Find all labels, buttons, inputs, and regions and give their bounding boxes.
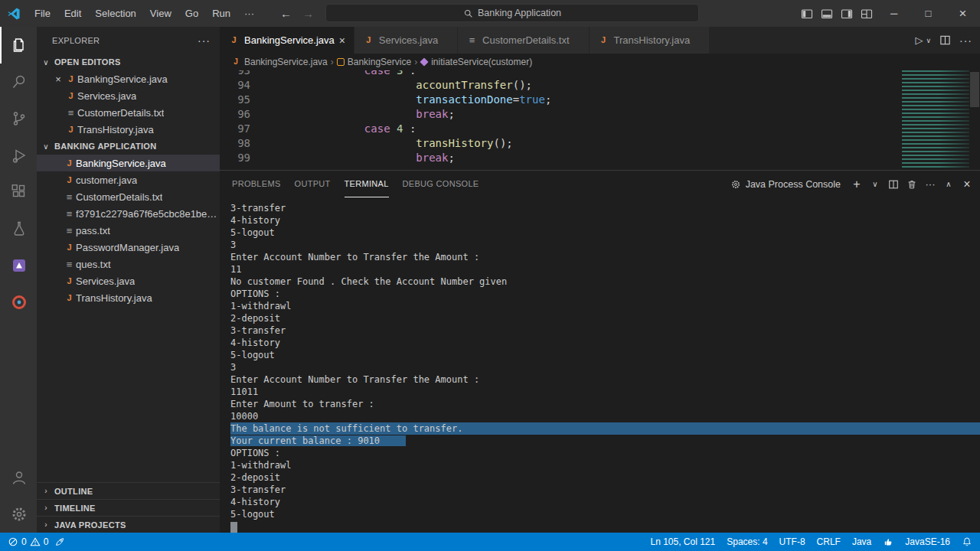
- eol-status[interactable]: CRLF: [817, 536, 841, 547]
- breadcrumb-method[interactable]: initiateService(customer): [431, 57, 532, 67]
- panel-more-actions-icon[interactable]: ···: [925, 178, 936, 190]
- java-mode-status[interactable]: [54, 536, 65, 547]
- language-mode[interactable]: Java: [852, 536, 871, 547]
- file-name: TransHistory.java: [77, 124, 154, 135]
- menu-selection[interactable]: Selection: [88, 8, 142, 19]
- activity-bar: [0, 27, 37, 533]
- workspace-folder-header[interactable]: ∨ BANKING APPLICATION: [37, 138, 220, 155]
- java-runtime-status[interactable]: JavaSE-16: [905, 536, 950, 547]
- file-item[interactable]: Services.java: [37, 272, 220, 289]
- chevron-right-icon: ›: [40, 487, 52, 495]
- java-projects-header[interactable]: › JAVA PROJECTS: [37, 516, 220, 533]
- editor-more-actions-icon[interactable]: ···: [959, 34, 972, 47]
- menu-edit[interactable]: Edit: [57, 8, 88, 19]
- file-type-icon: [63, 226, 76, 236]
- problems-status[interactable]: 0 0: [8, 536, 48, 547]
- testing-icon[interactable]: [0, 210, 37, 247]
- breadcrumb-file[interactable]: BankingService.java: [244, 57, 328, 67]
- split-editor-icon[interactable]: [939, 34, 951, 46]
- extension-a-icon[interactable]: [0, 247, 37, 284]
- menu-view[interactable]: View: [143, 8, 178, 19]
- toggle-primary-sidebar-icon[interactable]: [797, 0, 817, 27]
- timeline-header[interactable]: › TIMELINE: [37, 499, 220, 516]
- forward-icon[interactable]: →: [302, 7, 314, 20]
- terminal-picker[interactable]: Java Process Console: [730, 179, 841, 190]
- extensions-icon[interactable]: [0, 174, 37, 210]
- file-item[interactable]: pass.txt: [37, 222, 220, 239]
- menu-overflow-icon[interactable]: ···: [237, 8, 261, 19]
- editor-tab[interactable]: Services.java: [354, 27, 458, 54]
- tabs-list: BankingService.java × Services.java Cust…: [220, 27, 710, 54]
- breadcrumb-class[interactable]: BankingService: [348, 57, 411, 67]
- back-icon[interactable]: ←: [280, 7, 292, 20]
- open-editor-item[interactable]: × BankingService.java: [37, 70, 220, 87]
- explorer-more-actions-icon[interactable]: ···: [198, 34, 211, 47]
- close-panel-icon[interactable]: ×: [962, 178, 972, 191]
- close-window-button[interactable]: ×: [946, 0, 980, 27]
- file-item[interactable]: ques.txt: [37, 256, 220, 272]
- file-item[interactable]: TransHistory.java: [37, 289, 220, 306]
- explorer-icon[interactable]: [0, 27, 37, 64]
- panel-tab[interactable]: PROBLEMS: [232, 171, 281, 197]
- editor-tab[interactable]: BankingService.java ×: [220, 27, 354, 54]
- toggle-panel-icon[interactable]: [817, 0, 837, 27]
- source-control-icon[interactable]: [0, 100, 37, 137]
- code-editor[interactable]: 93 case 3 :94 accountTransfer();95 trans…: [220, 70, 980, 170]
- menu-run[interactable]: Run: [205, 8, 237, 19]
- settings-gear-icon[interactable]: [0, 496, 37, 533]
- file-type-icon: [597, 36, 610, 44]
- file-item[interactable]: f3791c2279a67f6e5cbc8e1beb41...: [37, 205, 220, 222]
- file-type-icon: [63, 209, 76, 219]
- notifications-bell[interactable]: [962, 536, 972, 547]
- close-tab-icon[interactable]: ×: [338, 34, 346, 47]
- editor-tab[interactable]: CustomerDetails.txt: [458, 27, 589, 54]
- java-ready-status[interactable]: [883, 536, 893, 547]
- minimize-button[interactable]: ─: [877, 0, 911, 27]
- indentation-status[interactable]: Spaces: 4: [727, 536, 767, 547]
- editor-scrollbar[interactable]: [970, 72, 979, 107]
- kill-terminal-icon[interactable]: [906, 179, 917, 190]
- file-type-icon: [362, 36, 375, 44]
- editor-tab[interactable]: TransHistory.java: [590, 27, 710, 54]
- minimap[interactable]: [902, 70, 969, 170]
- chevron-down-icon: ∨: [40, 58, 52, 67]
- file-name: CustomerDetails.txt: [76, 191, 162, 203]
- encoding-status[interactable]: UTF-8: [779, 536, 805, 547]
- run-dropdown-icon[interactable]: ∨: [926, 37, 931, 44]
- explorer-sidebar: EXPLORER ··· ∨ OPEN EDITORS × BankingSer…: [37, 27, 220, 533]
- file-item[interactable]: PasswordManager.java: [37, 239, 220, 256]
- file-item[interactable]: BankingService.java: [37, 155, 220, 171]
- split-terminal-icon[interactable]: [888, 179, 899, 190]
- panel-tab[interactable]: DEBUG CONSOLE: [403, 171, 479, 197]
- command-center-search[interactable]: Banking Application: [325, 4, 699, 22]
- terminal-dropdown-icon[interactable]: ∨: [870, 180, 880, 188]
- search-view-icon[interactable]: [0, 64, 37, 100]
- open-editor-item[interactable]: CustomerDetails.txt: [37, 104, 220, 121]
- open-editors-header[interactable]: ∨ OPEN EDITORS: [37, 54, 220, 70]
- open-editor-item[interactable]: Services.java: [37, 87, 220, 104]
- outline-header[interactable]: › OUTLINE: [37, 482, 220, 499]
- file-item[interactable]: CustomerDetails.txt: [37, 188, 220, 205]
- maximize-panel-icon[interactable]: ∧: [943, 180, 954, 188]
- maximize-button[interactable]: □: [911, 0, 946, 27]
- file-name: TransHistory.java: [76, 292, 152, 304]
- extension-b-icon[interactable]: [0, 284, 37, 321]
- terminal-output[interactable]: 3-transfer4-history5-logout3Enter Accoun…: [220, 197, 980, 533]
- run-java-icon[interactable]: ▷: [915, 34, 923, 46]
- customize-layout-icon[interactable]: [857, 0, 877, 27]
- run-and-debug-icon[interactable]: [0, 137, 37, 174]
- panel-tab[interactable]: TERMINAL: [345, 171, 389, 197]
- cursor-position[interactable]: Ln 105, Col 121: [650, 536, 715, 547]
- account-icon[interactable]: [0, 459, 37, 496]
- menu-bar: File Edit Selection View Go Run ···: [28, 0, 261, 27]
- new-terminal-icon[interactable]: +: [851, 178, 862, 191]
- menu-go[interactable]: Go: [178, 8, 205, 19]
- open-editor-item[interactable]: TransHistory.java: [37, 121, 220, 138]
- menu-file[interactable]: File: [28, 8, 57, 19]
- toggle-secondary-sidebar-icon[interactable]: [837, 0, 857, 27]
- close-editor-icon[interactable]: ×: [52, 73, 64, 85]
- file-item[interactable]: customer.java: [37, 171, 220, 188]
- file-name: BankingService.java: [77, 73, 168, 85]
- panel-tab[interactable]: OUTPUT: [295, 171, 331, 197]
- file-type-icon: [64, 75, 77, 83]
